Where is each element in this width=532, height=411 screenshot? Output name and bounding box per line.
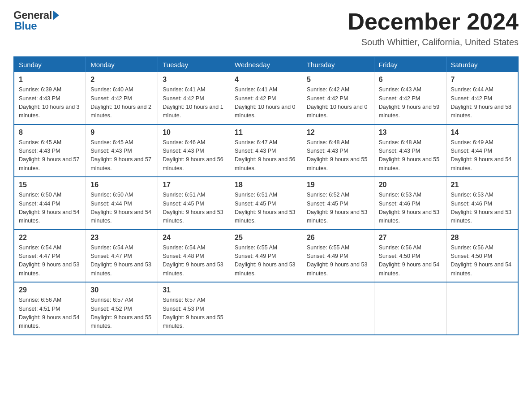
day-info: Sunrise: 6:55 AMSunset: 4:49 PMDaylight:… <box>235 244 297 278</box>
day-number: 1 <box>19 76 81 84</box>
day-info: Sunrise: 6:50 AMSunset: 4:44 PMDaylight:… <box>19 191 81 226</box>
calendar-week-row: 8Sunrise: 6:45 AMSunset: 4:43 PMDaylight… <box>14 124 518 177</box>
day-number: 8 <box>19 128 81 137</box>
day-number: 4 <box>235 76 297 84</box>
day-info: Sunrise: 6:45 AMSunset: 4:43 PMDaylight:… <box>19 138 81 173</box>
weekday-header-saturday: Saturday <box>446 57 518 72</box>
day-info: Sunrise: 6:45 AMSunset: 4:43 PMDaylight:… <box>90 138 153 173</box>
day-info: Sunrise: 6:41 AMSunset: 4:42 PMDaylight:… <box>235 86 297 120</box>
calendar-cell: 18Sunrise: 6:51 AMSunset: 4:45 PMDayligh… <box>230 177 302 230</box>
calendar-cell: 29Sunrise: 6:56 AMSunset: 4:51 PMDayligh… <box>14 282 86 335</box>
calendar-cell: 4Sunrise: 6:41 AMSunset: 4:42 PMDaylight… <box>230 72 302 124</box>
day-info: Sunrise: 6:44 AMSunset: 4:42 PMDaylight:… <box>451 86 513 120</box>
logo-text-blue: Blue <box>14 20 37 32</box>
day-number: 20 <box>379 181 442 189</box>
calendar-cell: 6Sunrise: 6:43 AMSunset: 4:42 PMDaylight… <box>374 72 446 124</box>
day-info: Sunrise: 6:50 AMSunset: 4:44 PMDaylight:… <box>90 191 153 226</box>
calendar-cell: 16Sunrise: 6:50 AMSunset: 4:44 PMDayligh… <box>86 177 158 230</box>
weekday-header-row: SundayMondayTuesdayWednesdayThursdayFrid… <box>14 57 518 72</box>
calendar-cell: 14Sunrise: 6:49 AMSunset: 4:44 PMDayligh… <box>446 124 518 177</box>
day-number: 29 <box>19 286 81 294</box>
calendar-cell: 17Sunrise: 6:51 AMSunset: 4:45 PMDayligh… <box>158 177 230 230</box>
logo-chevron-icon <box>53 10 59 20</box>
day-number: 11 <box>235 128 297 137</box>
calendar-table: SundayMondayTuesdayWednesdayThursdayFrid… <box>13 56 519 335</box>
calendar-cell: 12Sunrise: 6:48 AMSunset: 4:43 PMDayligh… <box>302 124 374 177</box>
day-info: Sunrise: 6:40 AMSunset: 4:42 PMDaylight:… <box>90 86 153 120</box>
day-number: 23 <box>90 234 153 242</box>
calendar-cell: 19Sunrise: 6:52 AMSunset: 4:45 PMDayligh… <box>302 177 374 230</box>
day-info: Sunrise: 6:55 AMSunset: 4:49 PMDaylight:… <box>307 244 369 278</box>
calendar-cell: 27Sunrise: 6:56 AMSunset: 4:50 PMDayligh… <box>374 230 446 283</box>
day-number: 21 <box>451 181 513 189</box>
calendar-cell: 5Sunrise: 6:42 AMSunset: 4:42 PMDaylight… <box>302 72 374 124</box>
calendar-cell: 20Sunrise: 6:53 AMSunset: 4:46 PMDayligh… <box>374 177 446 230</box>
day-number: 22 <box>19 234 81 242</box>
weekday-header-monday: Monday <box>86 57 158 72</box>
calendar-cell: 26Sunrise: 6:55 AMSunset: 4:49 PMDayligh… <box>302 230 374 283</box>
calendar-cell <box>446 282 518 335</box>
day-number: 3 <box>163 76 225 84</box>
calendar-cell: 3Sunrise: 6:41 AMSunset: 4:42 PMDaylight… <box>158 72 230 124</box>
calendar-cell <box>230 282 302 335</box>
day-info: Sunrise: 6:46 AMSunset: 4:43 PMDaylight:… <box>163 138 225 173</box>
calendar-week-row: 1Sunrise: 6:39 AMSunset: 4:43 PMDaylight… <box>14 72 518 124</box>
day-info: Sunrise: 6:53 AMSunset: 4:46 PMDaylight:… <box>379 191 442 226</box>
day-info: Sunrise: 6:41 AMSunset: 4:42 PMDaylight:… <box>163 86 225 120</box>
calendar-cell: 31Sunrise: 6:57 AMSunset: 4:53 PMDayligh… <box>158 282 230 335</box>
day-info: Sunrise: 6:54 AMSunset: 4:47 PMDaylight:… <box>90 244 153 278</box>
calendar-cell <box>302 282 374 335</box>
day-number: 24 <box>163 234 225 242</box>
calendar-cell: 8Sunrise: 6:45 AMSunset: 4:43 PMDaylight… <box>14 124 86 177</box>
day-info: Sunrise: 6:57 AMSunset: 4:53 PMDaylight:… <box>163 296 225 331</box>
calendar-cell: 11Sunrise: 6:47 AMSunset: 4:43 PMDayligh… <box>230 124 302 177</box>
day-info: Sunrise: 6:51 AMSunset: 4:45 PMDaylight:… <box>235 191 297 226</box>
day-number: 5 <box>307 76 369 84</box>
day-number: 14 <box>451 128 513 137</box>
calendar-cell: 23Sunrise: 6:54 AMSunset: 4:47 PMDayligh… <box>86 230 158 283</box>
day-number: 9 <box>90 128 153 137</box>
day-info: Sunrise: 6:51 AMSunset: 4:45 PMDaylight:… <box>163 191 225 226</box>
logo: General Blue <box>13 9 59 32</box>
calendar-subtitle: South Whittier, California, United State… <box>348 37 519 47</box>
calendar-cell: 2Sunrise: 6:40 AMSunset: 4:42 PMDaylight… <box>86 72 158 124</box>
calendar-week-row: 15Sunrise: 6:50 AMSunset: 4:44 PMDayligh… <box>14 177 518 230</box>
calendar-cell <box>374 282 446 335</box>
day-info: Sunrise: 6:48 AMSunset: 4:43 PMDaylight:… <box>307 138 369 173</box>
day-number: 7 <box>451 76 513 84</box>
calendar-cell: 1Sunrise: 6:39 AMSunset: 4:43 PMDaylight… <box>14 72 86 124</box>
day-number: 19 <box>307 181 369 189</box>
day-number: 15 <box>19 181 81 189</box>
day-info: Sunrise: 6:56 AMSunset: 4:50 PMDaylight:… <box>379 244 442 278</box>
calendar-week-row: 29Sunrise: 6:56 AMSunset: 4:51 PMDayligh… <box>14 282 518 335</box>
day-info: Sunrise: 6:47 AMSunset: 4:43 PMDaylight:… <box>235 138 297 173</box>
day-info: Sunrise: 6:57 AMSunset: 4:52 PMDaylight:… <box>90 296 153 331</box>
calendar-cell: 25Sunrise: 6:55 AMSunset: 4:49 PMDayligh… <box>230 230 302 283</box>
weekday-header-friday: Friday <box>374 57 446 72</box>
day-number: 17 <box>163 181 225 189</box>
day-number: 25 <box>235 234 297 242</box>
day-info: Sunrise: 6:56 AMSunset: 4:51 PMDaylight:… <box>19 296 81 331</box>
calendar-cell: 10Sunrise: 6:46 AMSunset: 4:43 PMDayligh… <box>158 124 230 177</box>
weekday-header-tuesday: Tuesday <box>158 57 230 72</box>
weekday-header-wednesday: Wednesday <box>230 57 302 72</box>
day-number: 18 <box>235 181 297 189</box>
day-info: Sunrise: 6:43 AMSunset: 4:42 PMDaylight:… <box>379 86 442 120</box>
weekday-header-sunday: Sunday <box>14 57 86 72</box>
day-info: Sunrise: 6:56 AMSunset: 4:50 PMDaylight:… <box>451 244 513 278</box>
day-info: Sunrise: 6:52 AMSunset: 4:45 PMDaylight:… <box>307 191 369 226</box>
day-info: Sunrise: 6:49 AMSunset: 4:44 PMDaylight:… <box>451 138 513 173</box>
calendar-cell: 13Sunrise: 6:48 AMSunset: 4:43 PMDayligh… <box>374 124 446 177</box>
calendar-cell: 22Sunrise: 6:54 AMSunset: 4:47 PMDayligh… <box>14 230 86 283</box>
day-number: 12 <box>307 128 369 137</box>
day-info: Sunrise: 6:53 AMSunset: 4:46 PMDaylight:… <box>451 191 513 226</box>
day-number: 31 <box>163 286 225 294</box>
calendar-title: December 2024 <box>348 9 519 34</box>
day-number: 27 <box>379 234 442 242</box>
day-number: 10 <box>163 128 225 137</box>
day-number: 2 <box>90 76 153 84</box>
calendar-cell: 30Sunrise: 6:57 AMSunset: 4:52 PMDayligh… <box>86 282 158 335</box>
day-number: 16 <box>90 181 153 189</box>
calendar-cell: 24Sunrise: 6:54 AMSunset: 4:48 PMDayligh… <box>158 230 230 283</box>
calendar-cell: 7Sunrise: 6:44 AMSunset: 4:42 PMDaylight… <box>446 72 518 124</box>
